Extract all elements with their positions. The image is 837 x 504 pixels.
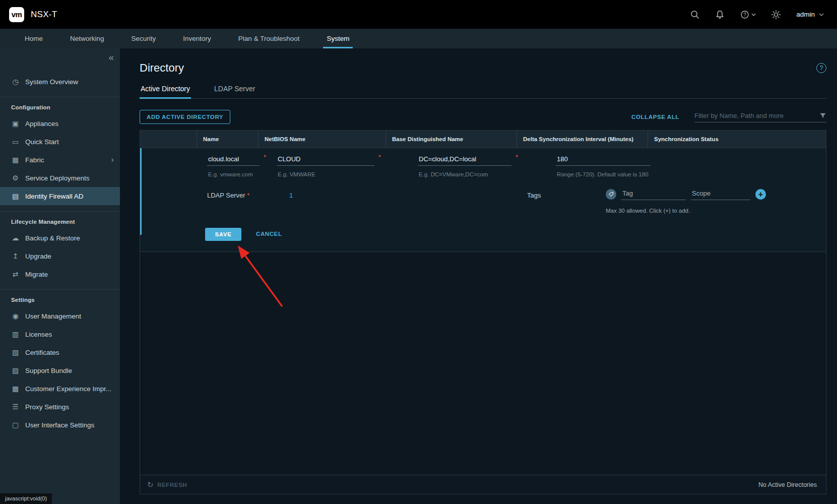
required-asterisk: * <box>378 153 381 161</box>
netbios-hint: E.g. VMWARE <box>278 171 315 177</box>
tag-input[interactable] <box>621 188 686 200</box>
nsxt-app: vm NSX-T ? admin Home Networki <box>0 0 837 504</box>
sidebar-item-label: System Overview <box>25 78 78 86</box>
delta-interval-field <box>556 154 651 166</box>
required-asterisk: * <box>247 192 249 199</box>
help-menu-icon[interactable]: ? <box>740 10 756 20</box>
table-body-empty <box>140 252 826 475</box>
column-header-base-dn: Base Distinguished Name <box>385 131 517 148</box>
nav-item-home[interactable]: Home <box>11 29 56 48</box>
sidebar-item-fabric[interactable]: ▦ Fabric › <box>0 151 120 169</box>
page-help-icon[interactable]: ? <box>816 63 826 73</box>
ldap-server-count-link[interactable]: 1 <box>289 192 293 199</box>
filter-funnel-icon[interactable] <box>819 112 826 119</box>
sidebar-section-lifecycle: Lifecycle Management ☁ Backup & Restore … <box>0 211 120 283</box>
filter-field <box>694 112 826 122</box>
sidebar-item-migrate[interactable]: ⇄ Migrate <box>0 265 120 283</box>
base-dn-field <box>418 154 511 166</box>
tags-hint: Max 30 allowed. Click (+) to add. <box>606 208 690 214</box>
vmware-logo: vm <box>9 7 24 22</box>
user-management-icon: ◉ <box>11 312 20 320</box>
required-asterisk: * <box>264 153 266 161</box>
column-header-delta-interval: Delta Synchronization Interval (Minutes) <box>517 131 648 148</box>
refresh-button[interactable]: ↻ REFRESH <box>147 480 187 489</box>
save-button[interactable]: SAVE <box>205 228 241 241</box>
sidebar-item-label: Certificates <box>25 349 59 356</box>
directory-tabs: Active Directory LDAP Server <box>140 81 826 99</box>
sidebar-item-label: Service Deployments <box>25 174 90 182</box>
collapse-all-button[interactable]: COLLAPSE ALL <box>631 114 679 120</box>
sidebar-item-system-overview[interactable]: ◷ System Overview <box>0 73 120 91</box>
ui-settings-icon: ▢ <box>11 421 20 429</box>
table-toolbar: ADD ACTIVE DIRECTORY COLLAPSE ALL <box>140 110 826 124</box>
sidebar-item-appliances[interactable]: ▣ Appliances <box>0 114 120 133</box>
tags-label: Tags <box>527 192 541 199</box>
delta-interval-input[interactable] <box>556 154 651 166</box>
sidebar-item-support-bundle[interactable]: ▨ Support Bundle <box>0 361 120 380</box>
scope-input[interactable] <box>691 188 750 200</box>
tag-icon <box>606 189 616 200</box>
refresh-icon: ↻ <box>147 480 154 489</box>
nav-item-inventory[interactable]: Inventory <box>169 29 225 48</box>
filter-input[interactable] <box>694 112 816 119</box>
refresh-label: REFRESH <box>157 482 187 488</box>
service-deployments-icon: ⚙ <box>11 174 20 182</box>
sidebar-item-customer-experience[interactable]: ▩ Customer Experience Impr... <box>0 380 120 398</box>
support-bundle-icon: ▨ <box>11 366 20 374</box>
sidebar-item-user-interface-settings[interactable]: ▢ User Interface Settings <box>0 416 120 434</box>
sidebar-item-identity-firewall-ad[interactable]: ▤ Identity Firewall AD <box>0 187 120 205</box>
top-bar: vm NSX-T ? admin <box>0 0 837 29</box>
sidebar-item-backup-restore[interactable]: ☁ Backup & Restore <box>0 229 120 247</box>
record-count-status: No Active Directories <box>758 481 817 488</box>
sidebar-section-settings: Settings ◉ User Management ▥ Licenses ▧ … <box>0 289 120 434</box>
licenses-icon: ▥ <box>11 330 20 338</box>
sidebar-item-service-deployments[interactable]: ⚙ Service Deployments <box>0 169 120 187</box>
notifications-bell-icon[interactable] <box>715 10 725 19</box>
sidebar-section-configuration: Configuration ▣ Appliances ▭ Quick Start… <box>0 97 120 205</box>
nav-item-networking[interactable]: Networking <box>56 29 118 48</box>
cancel-button[interactable]: CANCEL <box>256 231 282 237</box>
table-footer: ↻ REFRESH No Active Directories <box>140 475 826 494</box>
system-overview-icon: ◷ <box>11 78 20 86</box>
sidebar-collapse-button[interactable]: « <box>108 52 114 62</box>
nav-item-security[interactable]: Security <box>118 29 170 48</box>
brand: vm NSX-T <box>9 7 57 22</box>
sidebar-section-header: Lifecycle Management <box>0 212 120 229</box>
sidebar-item-upgrade[interactable]: ↥ Upgrade <box>0 247 120 265</box>
nav-item-system[interactable]: System <box>313 29 363 48</box>
user-menu[interactable]: admin <box>796 11 824 18</box>
active-directory-table: Name NetBIOS Name Base Distinguished Nam… <box>140 130 826 494</box>
add-tag-button[interactable]: + <box>755 189 766 200</box>
name-input[interactable] <box>207 154 260 166</box>
add-active-directory-button[interactable]: ADD ACTIVE DIRECTORY <box>140 110 230 124</box>
nav-item-plan-troubleshoot[interactable]: Plan & Troubleshoot <box>225 29 313 48</box>
sidebar-item-quick-start[interactable]: ▭ Quick Start <box>0 133 120 151</box>
new-active-directory-editor: * E.g. vmware.com * E.g. VMWARE * E.g. D… <box>140 148 826 252</box>
ldap-server-label: LDAP Server * <box>207 192 249 199</box>
base-dn-hint: E.g. DC=VMware,DC=com <box>419 171 488 177</box>
backup-restore-icon: ☁ <box>11 234 20 242</box>
product-title: NSX-T <box>31 10 57 20</box>
column-header-name: Name <box>197 131 258 148</box>
tab-ldap-server[interactable]: LDAP Server <box>213 81 256 98</box>
chevron-down-icon <box>819 13 824 16</box>
search-icon[interactable] <box>690 10 700 20</box>
column-header-netbios: NetBIOS Name <box>258 131 385 148</box>
sidebar-item-licenses[interactable]: ▥ Licenses <box>0 325 120 343</box>
upgrade-icon: ↥ <box>11 252 20 260</box>
tab-active-directory[interactable]: Active Directory <box>140 81 191 99</box>
theme-brightness-icon[interactable] <box>771 10 781 20</box>
sidebar-item-label: Proxy Settings <box>25 403 69 411</box>
browser-status-bubble: javascript:void(0) <box>0 493 52 504</box>
sidebar-item-label: Backup & Restore <box>25 234 80 242</box>
base-dn-input[interactable] <box>418 154 511 166</box>
customer-experience-icon: ▩ <box>11 385 20 393</box>
netbios-input[interactable] <box>277 154 374 166</box>
sidebar-item-certificates[interactable]: ▧ Certificates <box>0 343 120 361</box>
sidebar-item-label: Quick Start <box>25 138 59 146</box>
sidebar-item-label: Customer Experience Impr... <box>25 385 111 393</box>
sidebar-item-user-management[interactable]: ◉ User Management <box>0 307 120 325</box>
sidebar-item-proxy-settings[interactable]: ☰ Proxy Settings <box>0 398 120 416</box>
sidebar-item-label: User Interface Settings <box>25 421 94 429</box>
quick-start-icon: ▭ <box>11 138 20 146</box>
